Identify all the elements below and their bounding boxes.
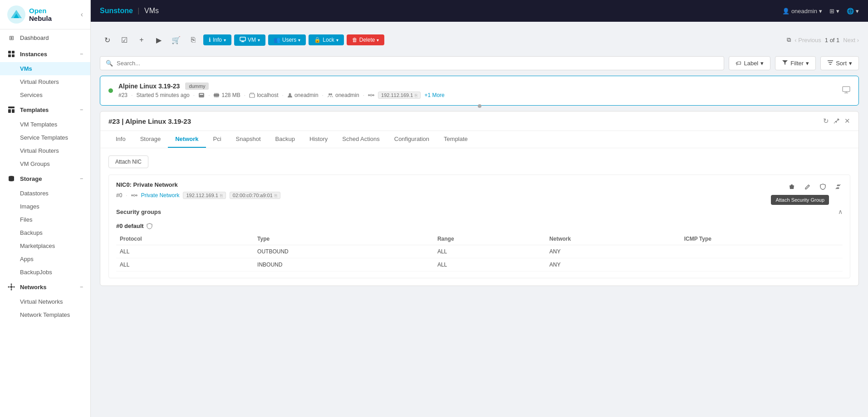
sidebar-collapse-btn[interactable]: ‹ bbox=[81, 10, 83, 19]
tab-pci[interactable]: Pci bbox=[206, 131, 229, 148]
vm-monitor-icon[interactable] bbox=[842, 86, 850, 96]
tab-info[interactable]: Info bbox=[108, 131, 133, 148]
sidebar-sub-backupjobs[interactable]: BackupJobs bbox=[0, 266, 90, 279]
external-link-icon[interactable]: ⧉ bbox=[787, 36, 791, 44]
sidebar-sub-apps[interactable]: Apps bbox=[0, 252, 90, 266]
tab-history[interactable]: History bbox=[302, 131, 335, 148]
tab-network[interactable]: Network bbox=[168, 131, 206, 148]
copy-nic-ip-icon[interactable]: ⎘ bbox=[220, 193, 223, 198]
detail-panel-tabs: Info Storage Network Pci Snapshot Backup… bbox=[100, 131, 858, 148]
copy-nic-mac-icon[interactable]: ⎘ bbox=[275, 193, 277, 198]
prev-btn[interactable]: ‹ Previous bbox=[794, 37, 821, 44]
vm-more-btn[interactable]: +1 More bbox=[424, 92, 444, 98]
tab-sched-actions[interactable]: Sched Actions bbox=[335, 131, 387, 148]
security-groups-header[interactable]: Security groups ∧ bbox=[116, 205, 843, 218]
detail-refresh-icon[interactable]: ↻ bbox=[823, 117, 829, 125]
detail-close-icon[interactable]: ✕ bbox=[844, 117, 850, 125]
pagination-count: 1 of 1 bbox=[825, 37, 840, 44]
refresh-btn[interactable]: ↻ bbox=[100, 33, 114, 47]
svg-point-46 bbox=[133, 194, 135, 196]
sidebar-sub-backups[interactable]: Backups bbox=[0, 226, 90, 239]
tab-backup[interactable]: Backup bbox=[268, 131, 302, 148]
cart-icon: 🛒 bbox=[172, 36, 181, 44]
lock-icon: 🔒 bbox=[314, 37, 321, 43]
sidebar-item-networks[interactable]: Networks − bbox=[0, 279, 90, 295]
vm-dropdown-btn[interactable]: VM ▾ bbox=[234, 34, 265, 46]
next-btn[interactable]: Next › bbox=[843, 37, 859, 44]
tab-configuration[interactable]: Configuration bbox=[387, 131, 436, 148]
tab-template[interactable]: Template bbox=[436, 131, 475, 148]
sidebar-item-instances[interactable]: Instances − bbox=[0, 46, 90, 62]
security-group-shield-icon bbox=[147, 223, 152, 229]
info-dropdown-btn[interactable]: ℹ Info ▾ bbox=[203, 34, 231, 45]
topbar-globe-btn[interactable]: 🌐 ▾ bbox=[847, 8, 859, 15]
cart-btn[interactable]: 🛒 bbox=[169, 33, 183, 47]
nic-security-btn[interactable] bbox=[816, 180, 829, 193]
templates-icon bbox=[7, 106, 15, 114]
users-dropdown-btn[interactable]: 👥 Users ▾ bbox=[268, 34, 306, 45]
filter-icon bbox=[782, 60, 788, 67]
storage-icon bbox=[7, 175, 15, 183]
topbar-grid-btn[interactable]: ⊞ ▾ bbox=[829, 8, 839, 15]
info-icon: ℹ bbox=[209, 37, 211, 43]
col-type: Type bbox=[254, 233, 434, 245]
nic-shield-tooltip-box: Attach Security Group bbox=[816, 180, 829, 193]
sidebar-sub-virtual-routers[interactable]: Virtual Routers bbox=[0, 75, 90, 88]
search-box: 🔍 bbox=[100, 56, 724, 70]
topbar-user-btn[interactable]: 👤 oneadmin ▾ bbox=[782, 8, 822, 15]
templates-collapse-icon: − bbox=[80, 107, 83, 113]
sidebar-sub-datastores[interactable]: Datastores bbox=[0, 187, 90, 200]
nic-delete-btn[interactable] bbox=[785, 180, 798, 193]
search-input[interactable] bbox=[117, 60, 718, 67]
nic-meta: #0 · Private Network 192.112.169.1 ⎘ 02:… bbox=[116, 192, 843, 199]
sidebar-sub-marketplaces[interactable]: Marketplaces bbox=[0, 239, 90, 252]
content-area: ↻ ☑ + ▶ 🛒 ⎘ ℹ Info ▾ bbox=[91, 22, 868, 417]
nic-ip-badge: 192.112.169.1 ⎘ bbox=[183, 192, 226, 199]
detail-pin-icon[interactable] bbox=[834, 117, 840, 125]
sidebar-sub-network-templates[interactable]: Network Templates bbox=[0, 308, 90, 321]
add-btn[interactable]: + bbox=[134, 33, 149, 47]
tab-storage[interactable]: Storage bbox=[133, 131, 168, 148]
sidebar-sub-vms[interactable]: VMs bbox=[0, 62, 90, 75]
sidebar-sub-service-templates[interactable]: Service Templates bbox=[0, 131, 90, 144]
sidebar-sub-vm-templates[interactable]: VM Templates bbox=[0, 118, 90, 131]
vm-chevron-icon: ▾ bbox=[258, 38, 260, 43]
label-btn[interactable]: 🏷 Label ▾ bbox=[729, 56, 770, 70]
sidebar-sub-virtual-networks[interactable]: Virtual Networks bbox=[0, 295, 90, 308]
sort-btn[interactable]: Sort ▾ bbox=[820, 56, 859, 70]
sidebar-sub-vr-templates[interactable]: Virtual Routers bbox=[0, 144, 90, 157]
filter-btn[interactable]: Filter ▾ bbox=[775, 56, 816, 70]
svg-point-13 bbox=[11, 289, 12, 291]
networks-icon bbox=[7, 283, 15, 291]
sidebar-item-templates[interactable]: Templates − bbox=[0, 102, 90, 118]
security-groups-label: Security groups bbox=[116, 208, 161, 215]
sidebar-sub-files[interactable]: Files bbox=[0, 213, 90, 226]
vm-card[interactable]: Alpine Linux 3.19-23 dummy #23 · Started… bbox=[100, 76, 859, 106]
label-icon: 🏷 bbox=[736, 60, 741, 67]
nic-detach-btn[interactable] bbox=[832, 180, 844, 193]
action-bar: ↻ ☑ + ▶ 🛒 ⎘ ℹ Info ▾ bbox=[100, 29, 859, 51]
select-all-btn[interactable]: ☑ bbox=[117, 33, 132, 47]
nic-network-link[interactable]: Private Network bbox=[141, 192, 180, 199]
nic-actions: Attach Security Group bbox=[785, 180, 844, 193]
sidebar-item-dashboard[interactable]: ⊞ Dashboard bbox=[0, 29, 90, 46]
nic-edit-btn[interactable] bbox=[801, 180, 814, 193]
page-breadcrumb: Sunstone | VMs bbox=[100, 7, 159, 15]
svg-rect-31 bbox=[216, 97, 217, 97]
tab-snapshot[interactable]: Snapshot bbox=[229, 131, 268, 148]
attach-nic-btn[interactable]: Attach NIC bbox=[108, 155, 148, 168]
svg-point-37 bbox=[370, 94, 372, 96]
copy-btn[interactable]: ⎘ bbox=[186, 33, 201, 47]
nic-network-icon bbox=[131, 193, 137, 198]
delete-dropdown-btn[interactable]: 🗑 Delete ▾ bbox=[347, 34, 385, 45]
sidebar-item-storage[interactable]: Storage − bbox=[0, 170, 90, 187]
lock-dropdown-btn[interactable]: 🔒 Lock ▾ bbox=[309, 34, 343, 45]
svg-point-47 bbox=[131, 195, 132, 196]
sidebar-sub-vm-groups[interactable]: VM Groups bbox=[0, 157, 90, 170]
col-icmp-type: ICMP Type bbox=[681, 233, 843, 245]
sidebar-sub-services[interactable]: Services bbox=[0, 88, 90, 102]
users-chevron-icon: ▾ bbox=[298, 38, 300, 43]
sidebar-sub-images[interactable]: Images bbox=[0, 200, 90, 213]
play-btn[interactable]: ▶ bbox=[152, 33, 166, 47]
copy-ip-icon[interactable]: ⎘ bbox=[415, 93, 417, 98]
